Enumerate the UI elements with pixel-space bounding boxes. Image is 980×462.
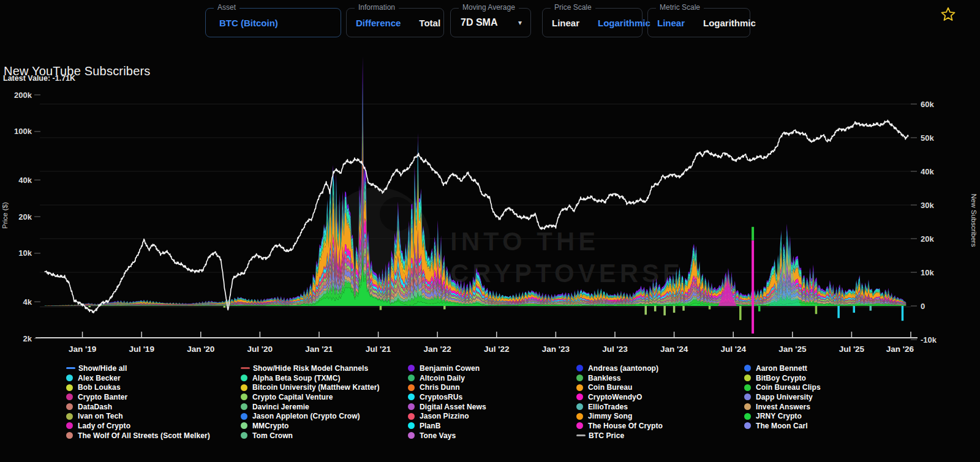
asset-select[interactable]: BTC (Bitcoin) — [206, 18, 278, 28]
show-hide-all-line-swatch — [66, 367, 75, 369]
the-wolf-of-all-streets-scott-melker-dot-swatch — [66, 432, 73, 439]
legend-item-jimmy-song[interactable]: Jimmy Song — [576, 411, 663, 421]
right-tick-label: 60k — [921, 100, 934, 109]
metric-scale-option-logarithmic[interactable]: Logarithmic — [694, 9, 765, 37]
negative-bar — [758, 306, 761, 311]
price-scale-option-linear[interactable]: Linear — [543, 9, 589, 37]
jason-appleton-crypto-crow-dot-swatch — [241, 413, 247, 420]
bitboy-crypto-dot-swatch — [744, 374, 751, 381]
legend-item-the-wolf-of-all-streets-scott-melker[interactable]: The Wolf Of All Streets (Scott Melker) — [66, 431, 210, 441]
legend-label: Alex Becker — [78, 374, 121, 382]
metric-scale-option-linear[interactable]: Linear — [648, 9, 694, 37]
information-option-difference[interactable]: Difference — [347, 9, 410, 37]
coin-bureau-dot-swatch — [576, 384, 583, 391]
legend-column-3: Benjamin CowenAltcoin DailyChris DunnCry… — [408, 363, 486, 441]
negative-bar — [870, 306, 872, 311]
legend-item-benjamin-cowen[interactable]: Benjamin Cowen — [408, 363, 486, 373]
legend-item-crypto-capital-venture[interactable]: Crypto Capital Venture — [241, 392, 380, 402]
legend-item-the-house-of-crypto[interactable]: The House Of Crypto — [576, 421, 663, 431]
legend-item-alpha-beta-soup-txmc[interactable]: Alpha Beta Soup (TXMC) — [241, 373, 380, 383]
x-tick-label: Jan '23 — [542, 345, 570, 354]
legend-label: Jimmy Song — [588, 412, 632, 420]
legend-item-andreas-aantonop[interactable]: Andreas (aantonop) — [576, 363, 663, 373]
legend-item-the-moon-carl[interactable]: The Moon Carl — [744, 421, 821, 431]
left-tick-label: 10k — [18, 248, 32, 258]
legend-item-mmcrypto[interactable]: MMCrypto — [241, 421, 380, 431]
legend-label: Ivan on Tech — [78, 412, 123, 420]
legend-item-elliotrades[interactable]: EllioTrades — [576, 402, 663, 412]
legend-item-btc-price[interactable]: BTC Price — [576, 431, 663, 441]
information-option-total[interactable]: Total — [410, 9, 450, 37]
tone-vays-dot-swatch — [408, 432, 415, 439]
favorite-star-button[interactable] — [940, 6, 957, 25]
x-tick-label: Jan '25 — [778, 345, 807, 354]
legend-item-chris-dunn[interactable]: Chris Dunn — [408, 382, 486, 392]
legend-item-bitboy-crypto[interactable]: BitBoy Crypto — [744, 373, 821, 383]
legend-item-digital-asset-news[interactable]: Digital Asset News — [408, 402, 486, 412]
legend-item-cryptosrus[interactable]: CryptosRUs — [408, 392, 486, 402]
legend-item-bob-loukas[interactable]: Bob Loukas — [66, 382, 210, 392]
digital-asset-news-dot-swatch — [408, 403, 415, 410]
legend-item-jrny-crypto[interactable]: JRNY Crypto — [744, 411, 821, 421]
negative-bar — [224, 306, 226, 308]
jason-pizzino-dot-swatch — [408, 413, 415, 420]
legend-item-jason-pizzino[interactable]: Jason Pizzino — [408, 411, 486, 421]
right-tick-label: 50k — [921, 133, 934, 143]
legend-item-bitcoin-university-matthew-kratter[interactable]: Bitcoin University (Matthew Kratter) — [241, 382, 380, 392]
x-tick-label: Jul '22 — [484, 345, 509, 354]
legend-item-invest-answers[interactable]: Invest Answers — [744, 402, 821, 412]
legend-label: BTC Price — [589, 431, 624, 440]
legend-label: Bankless — [588, 374, 621, 382]
negative-bar — [709, 306, 711, 310]
negative-bar — [88, 306, 91, 307]
legend-item-coin-bureau[interactable]: Coin Bureau — [576, 382, 663, 392]
event-spike — [752, 240, 754, 333]
negative-bar — [380, 306, 382, 310]
legend-item-tom-crown[interactable]: Tom Crown — [241, 431, 380, 441]
legend-item-aaron-bennett[interactable]: Aaron Bennett — [744, 363, 821, 373]
negative-bar — [853, 306, 856, 313]
legend-label: Chris Dunn — [420, 383, 460, 392]
legend-label: Tom Crown — [252, 431, 293, 440]
legend-item-alex-becker[interactable]: Alex Becker — [66, 373, 210, 383]
legend-item-coin-bureau-clips[interactable]: Coin Bureau Clips — [744, 382, 821, 392]
legend-item-datadash[interactable]: DataDash — [66, 402, 210, 412]
legend-item-jason-appleton-crypto-crow[interactable]: Jason Appleton (Crypto Crow) — [241, 411, 380, 421]
legend-item-lady-of-crypto[interactable]: Lady of Crypto — [66, 421, 210, 431]
x-tick-label: Jul '21 — [366, 345, 391, 354]
legend-item-bankless[interactable]: Bankless — [576, 373, 663, 383]
legend-item-davinci-jeremie[interactable]: Davinci Jeremie — [241, 402, 380, 412]
legend-label: Andreas (aantonop) — [588, 364, 658, 373]
legend-label: Jason Pizzino — [420, 412, 469, 420]
legend-label: EllioTrades — [588, 403, 628, 411]
legend-label: Altcoin Daily — [420, 374, 465, 382]
metric-scale-control-label: Metric Scale — [656, 3, 704, 12]
x-tick-label: Jul '25 — [839, 345, 865, 354]
chart-canvas[interactable]: INTO THECRYPTOVERSEJan '19Jul '19Jan '20… — [0, 0, 980, 362]
legend-item-dapp-university[interactable]: Dapp University — [744, 392, 821, 402]
alpha-beta-soup-txmc-dot-swatch — [241, 374, 247, 381]
legend-label: Show/Hide Risk Model Channels — [253, 364, 368, 373]
legend-item-cryptowendyo[interactable]: CryptoWendyO — [576, 392, 663, 402]
negative-bar — [815, 306, 818, 314]
left-tick-label: 200k — [14, 91, 32, 100]
subscriber-stacked-area — [45, 56, 907, 333]
legend-item-tone-vays[interactable]: Tone Vays — [408, 431, 486, 441]
legend-item-ivan-on-tech[interactable]: Ivan on Tech — [66, 411, 210, 421]
right-tick-label: 30k — [921, 201, 934, 210]
legend-item-show-hide-risk-model-channels[interactable]: Show/Hide Risk Model Channels — [241, 363, 380, 373]
legend-item-show-hide-all[interactable]: Show/Hide all — [66, 363, 210, 373]
moving-average-select[interactable]: 7D SMA ▾ — [451, 9, 530, 37]
legend-item-crypto-banter[interactable]: Crypto Banter — [66, 392, 210, 402]
chart-legend: Show/Hide allAlex BeckerBob LoukasCrypto… — [0, 363, 980, 449]
legend-column-5: Aaron BennettBitBoy CryptoCoin Bureau Cl… — [744, 363, 821, 431]
legend-item-altcoin-daily[interactable]: Altcoin Daily — [408, 373, 486, 383]
moving-average-value: 7D SMA — [461, 17, 497, 28]
watermark-text-line2: CRYPTOVERSE — [450, 259, 684, 288]
negative-bar — [654, 306, 657, 311]
legend-label: Bob Loukas — [78, 383, 121, 392]
x-tick-label: Jul '24 — [720, 345, 746, 354]
legend-item-planb[interactable]: PlanB — [408, 421, 486, 431]
tom-crown-dot-swatch — [241, 432, 247, 439]
legend-label: Bitcoin University (Matthew Kratter) — [252, 383, 380, 392]
